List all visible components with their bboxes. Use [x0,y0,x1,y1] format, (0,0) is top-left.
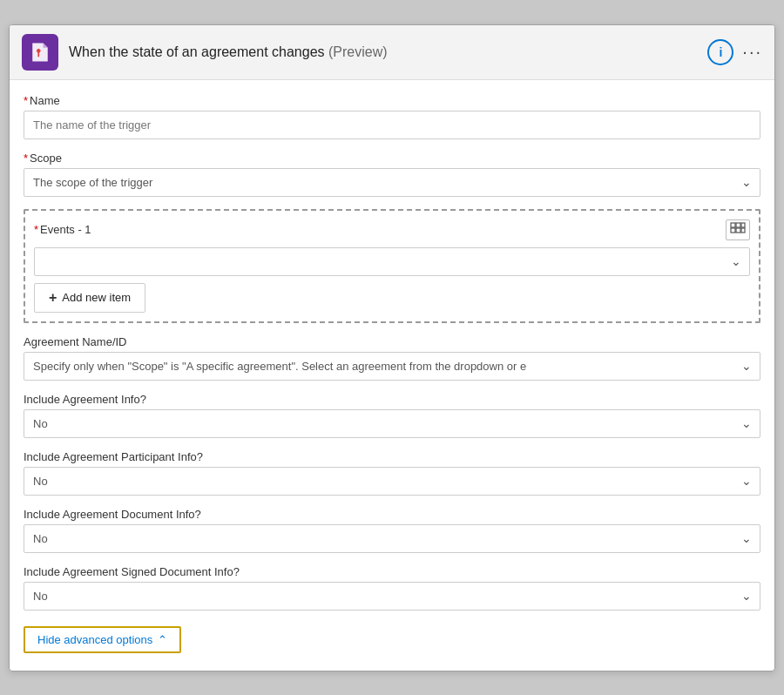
include-document-info-label-text: Include Agreement Document Info? [24,508,201,521]
include-participant-info-wrapper: No Yes ⌄ [24,467,760,496]
include-document-info-label: Include Agreement Document Info? [24,508,760,521]
scope-select[interactable]: The scope of the trigger [24,168,760,197]
add-item-label: Add new item [62,291,131,304]
svg-rect-5 [741,228,745,233]
hide-advanced-button[interactable]: Hide advanced options ⌃ [24,626,181,653]
name-input[interactable] [24,111,760,139]
name-required-star: * [24,94,28,107]
agreement-name-select-wrapper: Specify only when "Scope" is "A specific… [24,352,760,381]
agreement-name-label-text: Agreement Name/ID [24,335,127,348]
add-new-item-button[interactable]: + Add new item [34,283,145,313]
scope-label: * Scope [24,152,760,165]
card-body: * Name * Scope The scope of the trigger … [10,80,774,671]
include-participant-info-select[interactable]: No Yes [24,467,760,496]
events-label-text: Events - 1 [40,223,91,236]
include-signed-document-info-label: Include Agreement Signed Document Info? [24,565,760,578]
name-field-group: * Name [24,94,760,139]
info-button[interactable]: i [707,39,733,65]
events-label: * Events - 1 [34,223,91,236]
include-document-info-group: Include Agreement Document Info? No Yes … [24,508,760,553]
header-actions: i ··· [707,39,762,65]
name-label: * Name [24,94,760,107]
scope-required-star: * [24,152,28,165]
include-agreement-info-wrapper: No Yes ⌄ [24,409,760,438]
scope-label-text: Scope [30,152,62,165]
agreement-name-select[interactable]: Specify only when "Scope" is "A specific… [24,352,760,381]
more-options-button[interactable]: ··· [742,42,762,62]
card-header: When the state of an agreement changes (… [10,25,774,80]
include-participant-info-label-text: Include Agreement Participant Info? [24,450,203,463]
chevron-up-icon: ⌃ [158,633,167,646]
svg-rect-4 [741,223,745,227]
include-signed-document-info-select[interactable]: No Yes [24,582,760,611]
header-title: When the state of an agreement changes (… [69,44,697,60]
events-select[interactable] [34,247,750,276]
svg-rect-3 [736,228,740,233]
include-participant-info-label: Include Agreement Participant Info? [24,450,760,463]
hide-advanced-label: Hide advanced options [37,633,152,646]
include-signed-document-info-label-text: Include Agreement Signed Document Info? [24,565,240,578]
events-icon-button[interactable] [726,219,750,240]
include-document-info-select[interactable]: No Yes [24,524,760,553]
events-select-row: ⌄ [34,247,750,276]
grid-icon [730,222,746,238]
name-label-text: Name [30,94,60,107]
include-agreement-info-group: Include Agreement Info? No Yes ⌄ [24,393,760,438]
agreement-name-label: Agreement Name/ID [24,335,760,348]
svg-rect-2 [731,228,735,233]
scope-select-wrapper: The scope of the trigger ⌄ [24,168,760,197]
events-section: * Events - 1 [24,209,760,323]
agreement-name-field-group: Agreement Name/ID Specify only when "Sco… [24,335,760,381]
svg-rect-0 [731,223,735,227]
events-required-star: * [34,223,38,236]
include-document-info-wrapper: No Yes ⌄ [24,524,760,553]
plus-icon: + [49,290,57,306]
title-text: When the state of an agreement changes [69,44,325,59]
events-header: * Events - 1 [34,219,750,240]
include-agreement-info-select[interactable]: No Yes [24,409,760,438]
preview-label: (Preview) [328,44,388,59]
include-agreement-info-label-text: Include Agreement Info? [24,393,146,406]
include-participant-info-group: Include Agreement Participant Info? No Y… [24,450,760,496]
events-select-wrapper: ⌄ [34,247,750,276]
app-logo [22,34,58,71]
include-signed-document-info-wrapper: No Yes ⌄ [24,582,760,611]
include-signed-document-info-group: Include Agreement Signed Document Info? … [24,565,760,611]
include-agreement-info-label: Include Agreement Info? [24,393,760,406]
scope-field-group: * Scope The scope of the trigger ⌄ [24,152,760,197]
svg-rect-1 [736,223,740,227]
trigger-card: When the state of an agreement changes (… [9,24,775,671]
